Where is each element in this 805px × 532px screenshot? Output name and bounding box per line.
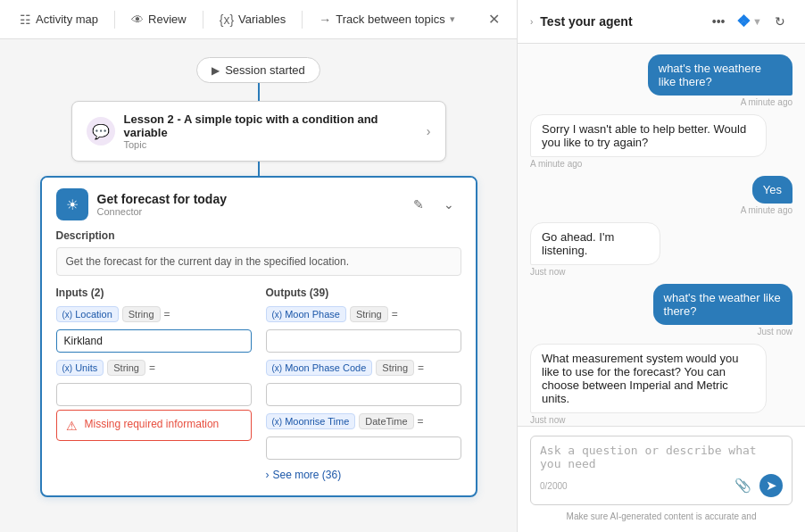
input-row-location: (x) Location String = — [56, 306, 252, 322]
more-options-button[interactable]: ••• — [706, 9, 731, 34]
message-4-time: Just now — [530, 267, 565, 277]
refresh-button[interactable]: ↻ — [768, 9, 793, 34]
message-2-time: A minute ago — [530, 159, 582, 169]
outputs-column: Outputs (39) (x) Moon Phase String = — [266, 287, 461, 481]
chat-messages: what's the weathere like there? A minute… — [518, 44, 805, 426]
chat-disclaimer: Make sure AI-generated content is accura… — [530, 511, 793, 523]
topic-chevron-icon: › — [427, 124, 431, 138]
see-more-arrow: › — [266, 469, 270, 481]
outputs-header: Outputs (39) — [266, 287, 461, 299]
variables-icon: {x} — [220, 12, 234, 27]
units-input[interactable] — [56, 383, 252, 406]
location-eq: = — [164, 308, 170, 320]
units-var-badge: (x) Units — [56, 360, 104, 376]
error-text: Missing required information — [85, 418, 220, 430]
error-icon: ⚠ — [66, 419, 78, 433]
moonrise-time-input[interactable] — [266, 436, 461, 460]
chat-footer: 0/2000 📎 ➤ Make sure AI-generated conten… — [518, 426, 805, 532]
map-icon: ☷ — [20, 12, 31, 27]
input-row-units: (x) Units String = — [56, 360, 252, 376]
see-more-button[interactable]: › See more (36) — [266, 469, 461, 481]
edit-button[interactable]: ✎ — [406, 192, 431, 217]
connector-title: Get forecast for today — [97, 192, 397, 206]
message-3-time: A minute ago — [741, 205, 793, 215]
review-icon: 👁 — [131, 12, 144, 27]
right-panel: › Test your agent ••• ❖ ▼ ↻ what's the w… — [518, 0, 805, 532]
attach-button[interactable]: 📎 — [731, 474, 754, 497]
description-text: Get the forecast for the current day in … — [56, 247, 461, 276]
connector-actions: ✎ ⌄ — [406, 192, 461, 217]
message-5: what's the weather like there? — [653, 284, 793, 325]
message-4: Go ahead. I'm listening. — [530, 222, 660, 265]
play-icon: ▶ — [212, 64, 220, 77]
moonrise-time-type-badge: DateTime — [359, 413, 413, 429]
message-6: What measurement system would you like t… — [530, 344, 767, 413]
error-box: ⚠ Missing required information — [56, 410, 252, 441]
io-row: Inputs (2) (x) Location String = — [56, 287, 461, 481]
char-count: 0/2000 — [540, 481, 568, 491]
location-input[interactable] — [56, 329, 252, 353]
output-row-moonrise-time: (x) Moonrise Time DateTime = — [266, 413, 461, 429]
moon-phase-eq: = — [392, 308, 398, 320]
track-dropdown-icon: ▾ — [450, 13, 455, 25]
nav-divider-1 — [114, 11, 115, 29]
left-panel: ☷ Activity map 👁 Review {x} Variables → … — [0, 0, 518, 532]
inputs-column: Inputs (2) (x) Location String = — [56, 287, 252, 481]
message-2: Sorry I wasn't able to help better. Woul… — [530, 114, 767, 157]
moon-phase-code-var-badge: (x) Moon Phase Code — [266, 360, 373, 376]
send-button[interactable]: ➤ — [759, 474, 783, 497]
topic-node[interactable]: 💬 Lesson 2 - A simple topic with a condi… — [71, 101, 446, 162]
moon-phase-code-eq: = — [418, 362, 424, 374]
flow-line-2 — [258, 162, 260, 176]
chat-input[interactable] — [540, 444, 783, 470]
inputs-header: Inputs (2) — [56, 287, 252, 299]
moon-phase-type-badge: String — [350, 306, 388, 322]
chat-panel-title: Test your agent — [540, 14, 699, 29]
flow-line-1 — [258, 83, 260, 101]
connector-body: Description Get the forecast for the cur… — [42, 229, 476, 495]
connector-card: ☀ Get forecast for today Connector ✎ ⌄ D… — [40, 176, 477, 497]
message-5-time: Just now — [758, 327, 793, 337]
topic-subtitle: Topic — [124, 139, 418, 150]
chat-input-box: 0/2000 📎 ➤ — [530, 436, 793, 505]
units-type-badge: String — [107, 360, 145, 376]
expand-button[interactable]: ⌄ — [436, 192, 461, 217]
nav-divider-2 — [203, 11, 203, 29]
message-1-time: A minute ago — [741, 97, 793, 107]
topic-title: Lesson 2 - A simple topic with a conditi… — [124, 112, 418, 139]
moonrise-time-eq: = — [418, 415, 424, 428]
header-icons: ••• ❖ ▼ ↻ — [706, 9, 793, 34]
message-1: what's the weathere like there? — [648, 54, 793, 96]
moon-phase-input[interactable] — [266, 329, 461, 353]
units-eq: = — [149, 362, 155, 374]
topic-icon: 💬 — [87, 117, 115, 145]
message-6-time: Just now — [530, 415, 565, 425]
location-type-badge: String — [122, 306, 161, 322]
output-row-moon-phase: (x) Moon Phase String = — [266, 306, 461, 322]
session-started-node: ▶ Session started — [196, 57, 320, 83]
nav-activity-map[interactable]: ☷ Activity map — [11, 7, 107, 32]
description-label: Description — [56, 229, 461, 242]
nav-divider-3 — [302, 11, 303, 29]
connector-icon: ☀ — [56, 188, 88, 220]
message-3: Yes — [752, 176, 793, 204]
nav-variables[interactable]: {x} Variables — [211, 7, 295, 32]
nav-track-between-topics[interactable]: → Track between topics ▾ — [310, 7, 463, 32]
moon-phase-code-type-badge: String — [376, 360, 414, 376]
canvas-area: ▶ Session started 💬 Lesson 2 - A simple … — [0, 39, 517, 532]
close-button[interactable]: ✕ — [481, 7, 506, 32]
top-nav: ☷ Activity map 👁 Review {x} Variables → … — [0, 0, 517, 39]
nav-review[interactable]: 👁 Review — [122, 7, 195, 32]
track-icon: → — [319, 12, 331, 27]
moon-phase-var-badge: (x) Moon Phase — [266, 306, 346, 322]
chat-title-dot: › — [530, 17, 533, 27]
moonrise-time-var-badge: (x) Moonrise Time — [266, 413, 356, 429]
moon-phase-code-input[interactable] — [266, 383, 461, 406]
brand-logo: ❖ ▼ — [736, 12, 762, 31]
chat-header: › Test your agent ••• ❖ ▼ ↻ — [518, 0, 805, 44]
output-row-moon-phase-code: (x) Moon Phase Code String = — [266, 360, 461, 376]
chat-actions: 📎 ➤ — [731, 474, 783, 497]
connector-type: Connector — [97, 206, 397, 217]
connector-header: ☀ Get forecast for today Connector ✎ ⌄ — [42, 178, 476, 229]
location-var-badge: (x) Location — [56, 306, 119, 322]
